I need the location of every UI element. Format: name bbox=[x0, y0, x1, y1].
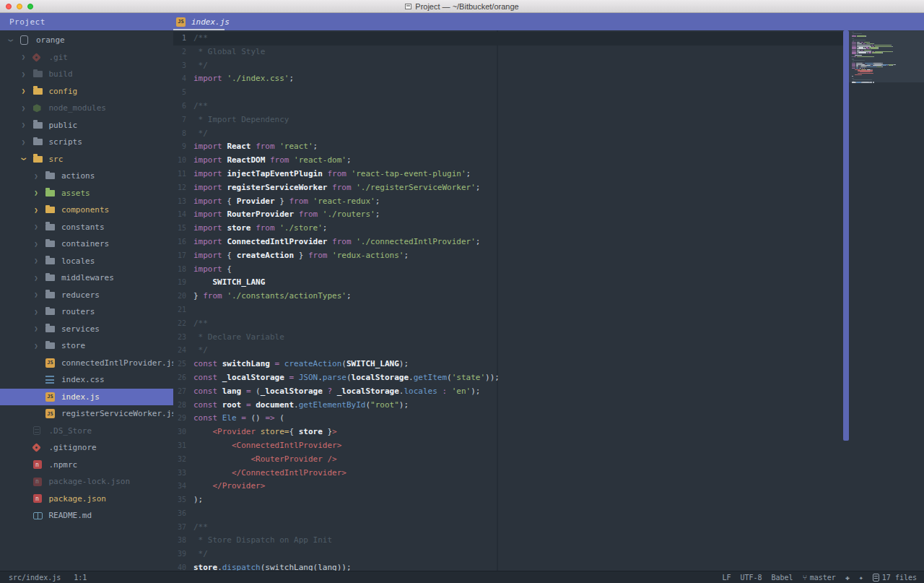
tree-item--git[interactable]: ❯.git bbox=[0, 49, 173, 66]
chevron-right-icon[interactable]: ❯ bbox=[20, 71, 27, 78]
minimize-button[interactable] bbox=[17, 4, 22, 9]
editor-scrollbar[interactable] bbox=[843, 30, 849, 571]
chevron-right-icon[interactable]: ❯ bbox=[20, 121, 27, 129]
code-line[interactable]: 13import { Provider } from 'react-redux'… bbox=[173, 195, 843, 209]
status-item-utf-8[interactable]: UTF-8 bbox=[740, 574, 762, 582]
chevron-down-icon[interactable]: ❯ bbox=[20, 155, 27, 163]
tree-item-reducers[interactable]: ❯reducers bbox=[0, 287, 173, 304]
code-line[interactable]: 3 */ bbox=[173, 59, 843, 73]
tree-item-build[interactable]: ❯build bbox=[0, 66, 173, 83]
code-line[interactable]: 34 </Provider> bbox=[173, 480, 843, 493]
tab-index-js[interactable]: JS index.js bbox=[173, 13, 237, 30]
chevron-right-icon[interactable]: ❯ bbox=[32, 207, 40, 214]
code-line[interactable]: 11import injectTapEventPlugin from 'reac… bbox=[173, 168, 843, 181]
tree-item-connectedintlprovider-js[interactable]: JSconnectedIntlProvider.js bbox=[0, 355, 173, 372]
tree-item-constants[interactable]: ❯constants bbox=[0, 219, 173, 236]
tree-item-readme-md[interactable]: README.md bbox=[0, 507, 173, 524]
code-line[interactable]: 19 SWITCH_LANG bbox=[173, 276, 843, 290]
tree-item-locales[interactable]: ❯locales bbox=[0, 253, 173, 270]
code-line[interactable]: 22/** bbox=[173, 317, 843, 331]
tree-item-index-js[interactable]: JSindex.js bbox=[0, 389, 173, 406]
code-line[interactable]: 20} from './constants/actionTypes'; bbox=[173, 290, 843, 303]
chevron-right-icon[interactable]: ❯ bbox=[20, 139, 27, 146]
code-line[interactable]: 28const root = document.getElementById("… bbox=[173, 399, 843, 413]
chevron-right-icon[interactable]: ❯ bbox=[32, 241, 40, 248]
tree-item-services[interactable]: ❯services bbox=[0, 321, 173, 338]
code-line[interactable]: 37/** bbox=[173, 521, 843, 535]
code-line[interactable]: 2 * Global Style bbox=[173, 46, 843, 59]
code-line[interactable]: 24 */ bbox=[173, 344, 843, 358]
status-item--[interactable]: ✦ bbox=[859, 574, 863, 582]
chevron-right-icon[interactable]: ❯ bbox=[20, 53, 27, 61]
code-line[interactable]: 15import store from './store'; bbox=[173, 222, 843, 236]
tree-item-package-json[interactable]: npackage.json bbox=[0, 491, 173, 508]
tree-item-scripts[interactable]: ❯scripts bbox=[0, 134, 173, 151]
code-line[interactable]: 36 bbox=[173, 507, 843, 521]
status-item-master[interactable]: ⑂master bbox=[803, 574, 836, 582]
code-line[interactable]: 16import ConnectedIntlProvider from './c… bbox=[173, 236, 843, 249]
tree-item-registerserviceworker-js[interactable]: JSregisterServiceWorker.js bbox=[0, 405, 173, 423]
code-line[interactable]: 7 * Import Dependency bbox=[173, 113, 843, 127]
tree-item-actions[interactable]: ❯actions bbox=[0, 168, 173, 185]
code-line[interactable]: 14import RouterProvider from './routers'… bbox=[173, 208, 843, 222]
chevron-right-icon[interactable]: ❯ bbox=[32, 223, 40, 230]
chevron-right-icon[interactable]: ❯ bbox=[32, 325, 40, 332]
code-line[interactable]: 25const switchLang = createAction(SWITCH… bbox=[173, 358, 843, 371]
chevron-right-icon[interactable]: ❯ bbox=[20, 105, 27, 112]
code-line[interactable]: 4import './index.css'; bbox=[173, 72, 843, 86]
code-line[interactable]: 1/** bbox=[173, 32, 843, 46]
tree-item-components[interactable]: ❯components bbox=[0, 202, 173, 219]
zoom-button[interactable] bbox=[27, 4, 33, 9]
code-line[interactable]: 8 */ bbox=[173, 127, 843, 141]
status-item-babel[interactable]: Babel bbox=[772, 574, 793, 582]
code-line[interactable]: 38 * Store Dispatch on App Init bbox=[173, 534, 843, 548]
tree-item-containers[interactable]: ❯containers bbox=[0, 236, 173, 253]
chevron-right-icon[interactable]: ❯ bbox=[32, 173, 40, 180]
code-line[interactable]: 30 <Provider store={ store }> bbox=[173, 426, 843, 439]
chevron-right-icon[interactable]: ❯ bbox=[32, 189, 40, 197]
code-editor[interactable]: 1/**2 * Global Style3 */4import './index… bbox=[173, 30, 843, 571]
code-line[interactable]: 5 bbox=[173, 86, 843, 100]
code-line[interactable]: 12import registerServiceWorker from './r… bbox=[173, 181, 843, 195]
code-line[interactable]: 9import React from 'react'; bbox=[173, 140, 843, 154]
code-line[interactable]: 31 <ConnectedIntlProvider> bbox=[173, 439, 843, 453]
tree-item-config[interactable]: ❯config bbox=[0, 83, 173, 100]
status-item-lf[interactable]: LF bbox=[722, 574, 731, 582]
chevron-down-icon[interactable]: ❯ bbox=[7, 37, 14, 44]
tree-item--npmrc[interactable]: n.npmrc bbox=[0, 457, 173, 474]
tree-item-package-lock-json[interactable]: npackage-lock.json bbox=[0, 473, 173, 491]
chevron-right-icon[interactable]: ❯ bbox=[32, 342, 40, 350]
code-line[interactable]: 33 </ConnectedIntlProvider> bbox=[173, 467, 843, 480]
code-line[interactable]: 6/** bbox=[173, 100, 843, 113]
code-line[interactable]: 17import { createAction } from 'redux-ac… bbox=[173, 249, 843, 263]
code-line[interactable]: 21 bbox=[173, 303, 843, 317]
tree-item-src[interactable]: ❯src bbox=[0, 151, 173, 168]
minimap[interactable] bbox=[849, 30, 924, 571]
tree-item-public[interactable]: ❯public bbox=[0, 117, 173, 134]
tree-item-assets[interactable]: ❯assets bbox=[0, 185, 173, 202]
code-line[interactable]: 10import ReactDOM from 'react-dom'; bbox=[173, 154, 843, 168]
chevron-right-icon[interactable]: ❯ bbox=[32, 257, 40, 264]
tree-item-middlewares[interactable]: ❯middlewares bbox=[0, 269, 173, 287]
code-line[interactable]: 40store.dispatch(switchLang(lang)); bbox=[173, 561, 843, 571]
code-line[interactable]: 39 */ bbox=[173, 548, 843, 561]
chevron-right-icon[interactable]: ❯ bbox=[20, 87, 27, 95]
code-line[interactable]: 18import { bbox=[173, 263, 843, 277]
tree-item-node-modules[interactable]: ❯node_modules bbox=[0, 100, 173, 117]
code-line[interactable]: 27const lang = (_localStorage ? _localSt… bbox=[173, 385, 843, 399]
code-line[interactable]: 32 <RouterProvider /> bbox=[173, 453, 843, 467]
tree-item--gitignore[interactable]: .gitignore bbox=[0, 439, 173, 457]
tree-item-index-css[interactable]: index.css bbox=[0, 371, 173, 389]
chevron-right-icon[interactable]: ❯ bbox=[32, 308, 40, 316]
close-button[interactable] bbox=[6, 4, 12, 9]
tree-item--ds-store[interactable]: .DS_Store bbox=[0, 423, 173, 440]
tree-item-routers[interactable]: ❯routers bbox=[0, 303, 173, 321]
code-line[interactable]: 26const _localStorage = JSON.parse(local… bbox=[173, 371, 843, 385]
code-line[interactable]: 29const Ele = () => ( bbox=[173, 412, 843, 426]
status-item--[interactable]: ✚ bbox=[845, 574, 850, 582]
scrollbar-thumb[interactable] bbox=[843, 30, 849, 441]
chevron-right-icon[interactable]: ❯ bbox=[32, 291, 40, 298]
code-line[interactable]: 23 * Declare Variable bbox=[173, 331, 843, 345]
code-line[interactable]: 35); bbox=[173, 493, 843, 507]
chevron-right-icon[interactable]: ❯ bbox=[32, 275, 40, 282]
